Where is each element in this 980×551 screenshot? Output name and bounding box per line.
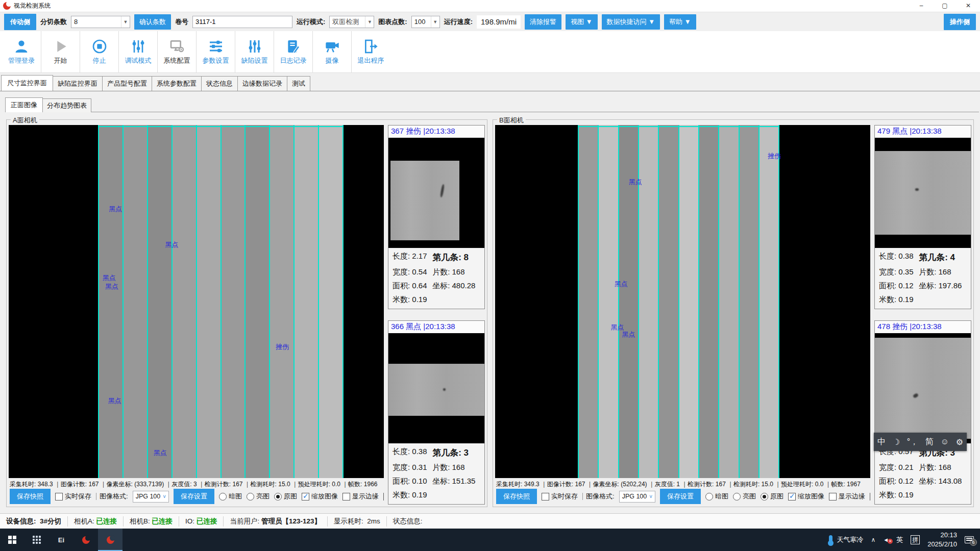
camera-b-status-line: 采集耗时: 349.3 ｜图像计数: 167 ｜像素坐标: (5202,24) … xyxy=(495,478,870,488)
roll-number-input[interactable] xyxy=(192,16,292,28)
save-settings-button[interactable]: 保存设置 xyxy=(660,489,701,504)
defect-card[interactable]: 367 挫伤 |20:13:38 长度: 2.17 第几条: 8 宽度: 0.5… xyxy=(388,125,485,309)
taskbar-app-inspection[interactable] xyxy=(74,529,98,551)
chart-points-value: 100 xyxy=(414,18,426,26)
tab-size-monitor[interactable]: 尺寸监控界面 xyxy=(1,75,53,91)
title-bar: 视觉检测系统 – ▢ ✕ xyxy=(0,0,980,12)
image-format-select[interactable]: JPG 100˅ xyxy=(619,491,655,503)
help-menu-button[interactable]: 帮助 ▼ xyxy=(664,14,696,30)
realtime-save-checkbox[interactable]: 实时保存 xyxy=(542,492,578,501)
thermometer-icon xyxy=(829,535,832,544)
start-button[interactable]: 开始 xyxy=(41,31,80,72)
defect-card[interactable]: 479 黑点 |20:13:38 长度: 0.38 第几条: 4 宽度: 0.3… xyxy=(874,125,971,309)
icon-toolbar: 管理登录 开始 停止 调试模式 系统配置 参数设置 缺陷设置 日志记录 摄像 退… xyxy=(0,31,980,73)
checkbox-icon xyxy=(55,493,63,500)
minimize-button[interactable]: – xyxy=(910,0,933,12)
checkbox-icon xyxy=(870,493,870,500)
log-record-button[interactable]: 日志记录 xyxy=(274,31,312,72)
ime-simplified-button[interactable]: 简 xyxy=(924,437,935,447)
bright-image-radio[interactable]: 亮图 xyxy=(733,492,756,501)
confirm-count-button[interactable]: 确认条数 xyxy=(134,14,171,30)
camera-a-image[interactable]: 黑点黑点黑点黑点挫伤黑点黑点 xyxy=(9,125,384,478)
stop-button[interactable]: 停止 xyxy=(80,31,118,72)
defect-thumbnail xyxy=(875,333,971,443)
bright-image-radio[interactable]: 亮图 xyxy=(247,492,270,501)
language-indicator[interactable]: 英 xyxy=(896,535,903,544)
operation-side-button[interactable]: 操作侧 xyxy=(944,14,976,30)
capture-button[interactable]: 摄像 xyxy=(312,31,351,72)
cut-line xyxy=(147,125,148,478)
volume-muted-icon[interactable]: ◄✕ xyxy=(883,537,889,543)
defect-card-header: 367 挫伤 |20:13:38 xyxy=(388,126,484,138)
action-center-icon[interactable]: 6 xyxy=(965,536,974,543)
tab-front-image[interactable]: 正面图像 xyxy=(5,97,43,112)
ime-chinese-mode-button[interactable]: 中 xyxy=(876,437,887,447)
defect-mark xyxy=(443,388,446,391)
taskbar-app-inspection-active[interactable] xyxy=(98,529,122,551)
ime-settings-gear-icon[interactable]: ⚙ xyxy=(955,437,964,447)
close-button[interactable]: ✕ xyxy=(957,0,980,12)
defect-card[interactable]: 478 挫伤 |20:13:38 长度: 0.57 第几条: 3 宽度: 0.2… xyxy=(874,320,971,505)
camera-b-image[interactable]: 挫伤黑点黑点黑点黑点 xyxy=(495,125,870,478)
original-image-radio[interactable]: 原图 xyxy=(274,492,297,501)
defect-stats: 长度: 0.57 第几条: 3 宽度: 0.21 片数: 168 面积: 0.1… xyxy=(875,443,971,504)
defect-card[interactable]: 366 黑点 |20:13:38 长度: 0.38 第几条: 3 宽度: 0.3… xyxy=(388,320,485,505)
transmission-side-button[interactable]: 传动侧 xyxy=(4,14,36,30)
show-edge-checkbox[interactable]: 显示边缘 xyxy=(829,492,865,501)
realtime-save-checkbox[interactable]: 实时保存 xyxy=(55,492,91,501)
tray-overflow-button[interactable]: ∧ xyxy=(871,536,875,543)
defect-card-header: 479 黑点 |20:13:38 xyxy=(875,126,971,138)
tab-test[interactable]: 测试 xyxy=(287,76,310,91)
tab-system-param-config[interactable]: 系统参数配置 xyxy=(152,76,202,91)
save-snapshot-button[interactable]: 保存快照 xyxy=(10,489,51,504)
app-grid-button[interactable] xyxy=(24,529,49,551)
defect-length: 0.38 xyxy=(898,252,913,260)
debug-mode-button[interactable]: 调试模式 xyxy=(118,31,157,72)
tab-defect-monitor[interactable]: 缺陷监控界面 xyxy=(53,76,103,91)
defect-settings-button[interactable]: 缺陷设置 xyxy=(235,31,274,72)
zoom-image-checkbox[interactable]: 缩放图像 xyxy=(788,492,824,501)
display-time-value: 2ms xyxy=(367,517,380,525)
ime-pinyin-indicator[interactable]: 拼 xyxy=(911,535,920,544)
cut-line xyxy=(269,125,270,478)
checkbox-icon xyxy=(342,493,350,500)
sub-tab-strip: 正面图像 分布趋势图表 xyxy=(5,97,979,112)
save-settings-button[interactable]: 保存设置 xyxy=(174,489,214,504)
run-mode-select[interactable]: 双面检测 ▼ xyxy=(329,16,374,28)
ime-punctuation-icon[interactable]: °， xyxy=(906,437,919,447)
dark-image-radio[interactable]: 暗图 xyxy=(705,492,728,501)
start-menu-button[interactable] xyxy=(0,529,24,551)
taskbar-clock[interactable]: 20:13 2025/2/10 xyxy=(927,531,957,548)
ime-halfwidth-icon[interactable]: ☽ xyxy=(892,437,901,447)
view-menu-button[interactable]: 视图 ▼ xyxy=(566,14,597,30)
defect-thumbnail xyxy=(875,138,971,248)
weather-tray-item[interactable]: 天气寒冷 xyxy=(829,535,863,544)
chart-points-select[interactable]: 100 ▼ xyxy=(411,16,440,28)
cut-line xyxy=(244,125,246,478)
clear-alarm-button[interactable]: 清除报警 xyxy=(525,14,561,30)
dark-image-radio[interactable]: 暗图 xyxy=(219,492,242,501)
tab-status-info[interactable]: 状态信息 xyxy=(201,76,238,91)
show-strip-count-checkbox[interactable]: 显示条数 xyxy=(383,492,384,501)
maximize-button[interactable]: ▢ xyxy=(933,0,957,12)
original-image-radio[interactable]: 原图 xyxy=(761,492,783,501)
admin-login-button[interactable]: 管理登录 xyxy=(2,31,41,72)
ime-emoji-button[interactable]: ☺ xyxy=(940,437,950,446)
taskbar-app-ei[interactable]: Ei xyxy=(49,529,74,551)
zoom-image-checkbox[interactable]: 缩放图像 xyxy=(302,492,338,501)
data-quick-access-menu-button[interactable]: 数据快捷访问 ▼ xyxy=(602,14,660,30)
slit-count-select[interactable]: 8 ▼ xyxy=(71,16,130,28)
show-edge-checkbox[interactable]: 显示边缘 xyxy=(342,492,379,501)
defect-width: 0.21 xyxy=(898,463,913,471)
system-config-button[interactable]: 系统配置 xyxy=(157,31,196,72)
param-settings-button[interactable]: 参数设置 xyxy=(196,31,235,72)
device-info-label: 设备信息: xyxy=(6,517,36,525)
tab-distribution-trend[interactable]: 分布趋势图表 xyxy=(42,98,91,112)
save-snapshot-button[interactable]: 保存快照 xyxy=(496,489,537,504)
defect-label: 黑点 xyxy=(109,205,122,214)
tab-product-model-config[interactable]: 产品型号配置 xyxy=(102,76,152,91)
image-format-select[interactable]: JPG 100˅ xyxy=(133,491,169,503)
show-strip-count-checkbox[interactable]: 显示条数 xyxy=(870,492,870,501)
exit-program-button[interactable]: 退出程序 xyxy=(351,31,390,72)
tab-edge-data-record[interactable]: 边缘数据记录 xyxy=(237,76,287,91)
